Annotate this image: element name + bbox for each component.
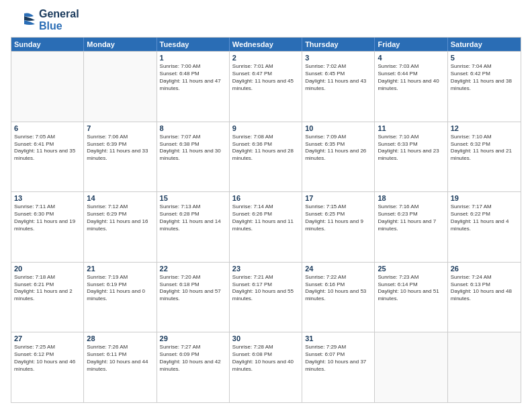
- day-18: 18Sunrise: 7:16 AMSunset: 6:23 PMDayligh…: [375, 192, 447, 262]
- day-number-27: 27: [14, 334, 81, 342]
- day-content-23: Sunrise: 7:21 AMSunset: 6:17 PMDaylight:…: [232, 274, 299, 303]
- day-number-25: 25: [378, 265, 444, 273]
- day-number-2: 2: [232, 54, 299, 62]
- day-content-5: Sunrise: 7:04 AMSunset: 6:42 PMDaylight:…: [451, 63, 518, 92]
- day-12: 12Sunrise: 7:10 AMSunset: 6:32 PMDayligh…: [448, 122, 521, 192]
- day-number-8: 8: [160, 124, 226, 132]
- day-19: 19Sunrise: 7:17 AMSunset: 6:22 PMDayligh…: [448, 192, 521, 262]
- week-row-1: 1Sunrise: 7:00 AMSunset: 6:48 PMDaylight…: [11, 51, 521, 122]
- day-number-28: 28: [87, 334, 153, 342]
- empty-cell: [84, 52, 157, 122]
- logo: General Blue: [11, 8, 79, 32]
- day-5: 5Sunrise: 7:04 AMSunset: 6:42 PMDaylight…: [448, 52, 521, 122]
- day-number-12: 12: [451, 124, 518, 132]
- header-friday: Friday: [375, 38, 447, 51]
- day-number-13: 13: [14, 194, 81, 202]
- day-21: 21Sunrise: 7:19 AMSunset: 6:19 PMDayligh…: [84, 263, 157, 332]
- day-content-27: Sunrise: 7:25 AMSunset: 6:12 PMDaylight:…: [14, 344, 81, 373]
- day-8: 8Sunrise: 7:07 AMSunset: 6:38 PMDaylight…: [157, 122, 230, 192]
- day-number-9: 9: [232, 124, 299, 132]
- day-number-17: 17: [305, 194, 371, 202]
- header-thursday: Thursday: [302, 38, 375, 51]
- day-content-18: Sunrise: 7:16 AMSunset: 6:23 PMDaylight:…: [378, 203, 444, 232]
- day-11: 11Sunrise: 7:10 AMSunset: 6:33 PMDayligh…: [375, 122, 447, 192]
- day-content-8: Sunrise: 7:07 AMSunset: 6:38 PMDaylight:…: [160, 134, 226, 163]
- day-number-26: 26: [451, 265, 518, 273]
- empty-cell: [11, 52, 84, 122]
- day-content-22: Sunrise: 7:20 AMSunset: 6:18 PMDaylight:…: [160, 274, 226, 303]
- day-number-14: 14: [87, 194, 153, 202]
- day-15: 15Sunrise: 7:13 AMSunset: 6:28 PMDayligh…: [157, 192, 230, 262]
- day-23: 23Sunrise: 7:21 AMSunset: 6:17 PMDayligh…: [230, 263, 302, 332]
- calendar: Sunday Monday Tuesday Wednesday Thursday…: [11, 37, 521, 403]
- day-number-16: 16: [232, 194, 299, 202]
- day-content-2: Sunrise: 7:01 AMSunset: 6:47 PMDaylight:…: [232, 63, 299, 92]
- day-26: 26Sunrise: 7:24 AMSunset: 6:13 PMDayligh…: [448, 263, 521, 332]
- day-14: 14Sunrise: 7:12 AMSunset: 6:29 PMDayligh…: [84, 192, 157, 262]
- day-20: 20Sunrise: 7:18 AMSunset: 6:21 PMDayligh…: [11, 263, 84, 332]
- day-25: 25Sunrise: 7:23 AMSunset: 6:14 PMDayligh…: [375, 263, 447, 332]
- calendar-header: Sunday Monday Tuesday Wednesday Thursday…: [11, 38, 521, 51]
- day-number-7: 7: [87, 124, 153, 132]
- day-content-9: Sunrise: 7:08 AMSunset: 6:36 PMDaylight:…: [232, 134, 299, 163]
- day-content-17: Sunrise: 7:15 AMSunset: 6:25 PMDaylight:…: [305, 203, 371, 232]
- day-content-14: Sunrise: 7:12 AMSunset: 6:29 PMDaylight:…: [87, 203, 153, 232]
- day-16: 16Sunrise: 7:14 AMSunset: 6:26 PMDayligh…: [230, 192, 302, 262]
- day-3: 3Sunrise: 7:02 AMSunset: 6:45 PMDaylight…: [302, 52, 375, 122]
- day-number-31: 31: [305, 334, 371, 342]
- day-content-7: Sunrise: 7:06 AMSunset: 6:39 PMDaylight:…: [87, 134, 153, 163]
- header-wednesday: Wednesday: [230, 38, 302, 51]
- logo-general-text: General: [39, 8, 79, 20]
- week-row-2: 6Sunrise: 7:05 AMSunset: 6:41 PMDaylight…: [11, 122, 521, 192]
- day-number-11: 11: [378, 124, 444, 132]
- day-number-4: 4: [378, 54, 444, 62]
- day-number-19: 19: [451, 194, 518, 202]
- day-13: 13Sunrise: 7:11 AMSunset: 6:30 PMDayligh…: [11, 192, 84, 262]
- day-4: 4Sunrise: 7:03 AMSunset: 6:44 PMDaylight…: [375, 52, 447, 122]
- day-31: 31Sunrise: 7:29 AMSunset: 6:07 PMDayligh…: [302, 332, 375, 402]
- page: General Blue Sunday Monday Tuesday Wedne…: [0, 0, 532, 411]
- day-number-10: 10: [305, 124, 371, 132]
- day-number-24: 24: [305, 265, 371, 273]
- day-22: 22Sunrise: 7:20 AMSunset: 6:18 PMDayligh…: [157, 263, 230, 332]
- day-content-20: Sunrise: 7:18 AMSunset: 6:21 PMDaylight:…: [14, 274, 81, 303]
- day-content-19: Sunrise: 7:17 AMSunset: 6:22 PMDaylight:…: [451, 203, 518, 232]
- logo-blue-text: Blue: [39, 20, 79, 32]
- day-content-16: Sunrise: 7:14 AMSunset: 6:26 PMDaylight:…: [232, 203, 299, 232]
- day-number-30: 30: [232, 334, 299, 342]
- day-content-11: Sunrise: 7:10 AMSunset: 6:33 PMDaylight:…: [378, 134, 444, 163]
- day-number-1: 1: [160, 54, 226, 62]
- day-9: 9Sunrise: 7:08 AMSunset: 6:36 PMDaylight…: [230, 122, 302, 192]
- day-content-30: Sunrise: 7:28 AMSunset: 6:08 PMDaylight:…: [232, 344, 299, 373]
- empty-cell: [448, 332, 521, 402]
- day-28: 28Sunrise: 7:26 AMSunset: 6:11 PMDayligh…: [84, 332, 157, 402]
- header-sunday: Sunday: [11, 38, 84, 51]
- day-content-29: Sunrise: 7:27 AMSunset: 6:09 PMDaylight:…: [160, 344, 226, 373]
- day-27: 27Sunrise: 7:25 AMSunset: 6:12 PMDayligh…: [11, 332, 84, 402]
- week-row-3: 13Sunrise: 7:11 AMSunset: 6:30 PMDayligh…: [11, 191, 521, 262]
- day-content-10: Sunrise: 7:09 AMSunset: 6:35 PMDaylight:…: [305, 134, 371, 163]
- day-content-12: Sunrise: 7:10 AMSunset: 6:32 PMDaylight:…: [451, 134, 518, 163]
- day-number-22: 22: [160, 265, 226, 273]
- day-number-29: 29: [160, 334, 226, 342]
- day-number-20: 20: [14, 265, 81, 273]
- day-7: 7Sunrise: 7:06 AMSunset: 6:39 PMDaylight…: [84, 122, 157, 192]
- week-row-4: 20Sunrise: 7:18 AMSunset: 6:21 PMDayligh…: [11, 262, 521, 332]
- day-number-15: 15: [160, 194, 226, 202]
- day-number-23: 23: [232, 265, 299, 273]
- logo-icon: [11, 11, 36, 30]
- empty-cell: [375, 332, 447, 402]
- day-content-1: Sunrise: 7:00 AMSunset: 6:48 PMDaylight:…: [160, 63, 226, 92]
- header: General Blue: [11, 8, 521, 32]
- day-content-28: Sunrise: 7:26 AMSunset: 6:11 PMDaylight:…: [87, 344, 153, 373]
- day-6: 6Sunrise: 7:05 AMSunset: 6:41 PMDaylight…: [11, 122, 84, 192]
- day-number-21: 21: [87, 265, 153, 273]
- day-content-13: Sunrise: 7:11 AMSunset: 6:30 PMDaylight:…: [14, 203, 81, 232]
- day-content-25: Sunrise: 7:23 AMSunset: 6:14 PMDaylight:…: [378, 274, 444, 303]
- day-content-4: Sunrise: 7:03 AMSunset: 6:44 PMDaylight:…: [378, 63, 444, 92]
- day-10: 10Sunrise: 7:09 AMSunset: 6:35 PMDayligh…: [302, 122, 375, 192]
- day-24: 24Sunrise: 7:22 AMSunset: 6:16 PMDayligh…: [302, 263, 375, 332]
- day-number-5: 5: [451, 54, 518, 62]
- day-content-31: Sunrise: 7:29 AMSunset: 6:07 PMDaylight:…: [305, 344, 371, 373]
- day-content-26: Sunrise: 7:24 AMSunset: 6:13 PMDaylight:…: [451, 274, 518, 303]
